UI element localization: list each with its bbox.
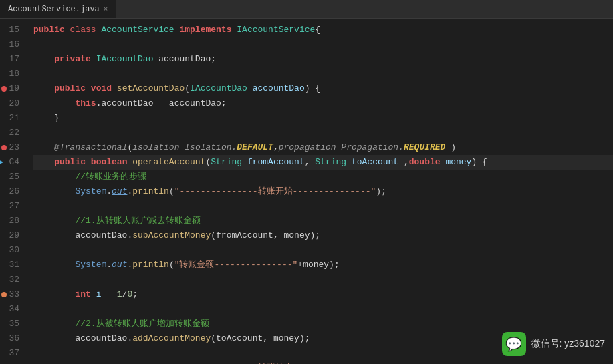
code-line: private IAccountDao accountDao; [33,52,613,67]
execution-arrow: ▶ [0,155,3,170]
code-line: this.accountDao = accountDao; [33,96,613,111]
line-num-text: 31 [9,258,19,272]
token: IAccountDao [190,81,253,96]
code-line: //1.从转账人账户减去转账金额 [33,214,613,228]
line-number: 34 [0,302,25,317]
token: +money); [297,258,339,272]
line-number: 18 [0,67,25,81]
token: i [96,287,102,302]
token: ) [445,140,456,155]
watermark: 💬 微信号: yz361027 [502,332,606,356]
code-line [33,67,613,81]
token: out [112,361,127,364]
token: (fromAccount, money); [211,228,320,243]
token: accountDao. [33,228,132,243]
breakpoint-dot[interactable] [1,292,7,297]
token: = [179,140,185,155]
line-number: 20 [0,96,25,111]
token: . [127,258,132,272]
token: public [33,23,70,37]
line-number: 28 [0,214,25,228]
token: } [33,111,59,126]
token: . [106,184,112,199]
token: void [91,81,117,96]
token: ( [185,81,190,96]
token: .accountDao = accountDao; [96,96,227,111]
line-num-text: 18 [9,67,19,81]
token [33,214,75,228]
token: out [112,184,127,199]
line-num-text: 35 [9,317,19,331]
token: isolation [132,140,179,155]
token: ) { [471,155,487,170]
token: / [122,287,128,302]
token: int [75,287,96,302]
token: //转账业务的步骤 [75,170,146,184]
token: System [75,184,106,199]
token [33,155,54,170]
code-line: accountDao.subAccountMoney(fromAccount, … [33,228,613,243]
code-area[interactable]: public class AccountService implements I… [25,19,613,364]
line-num-text: 28 [9,214,19,228]
token: "转账金额---------------" [174,258,298,272]
token: accountDao [253,81,305,96]
token: 0 [127,287,132,302]
token: String [315,155,352,170]
line-number: 38 [0,361,25,364]
token: ( [205,155,211,170]
token: ( [169,361,174,364]
token: ); [376,184,386,199]
line-num-text: 26 [9,184,19,199]
line-num-text: 29 [9,228,19,243]
token: . [127,184,132,199]
code-line [33,302,613,317]
line-number: 16 [0,37,25,52]
line-number: 19 [0,81,25,96]
breakpoint-dot[interactable] [1,86,7,92]
token: String [211,155,247,170]
token: , [398,155,409,170]
line-num-text: 30 [9,243,19,258]
line-number: 30 [0,243,25,258]
line-num-text: 34 [9,302,19,317]
code-line: System.out.println("转账金额---------------"… [33,258,613,272]
token: = [101,287,116,302]
token: implements [179,23,237,37]
tab-filename: AccountService.java [8,5,100,14]
line-num-text: 22 [9,126,19,140]
watermark-icon-box: 💬 [502,332,526,356]
code-line [33,243,613,258]
line-num-text: C4 [9,155,19,170]
token: "---------------转账结束---------------" [174,361,376,364]
token: out [112,258,127,272]
code-line: System.out.println("---------------转账开始-… [33,184,613,199]
token: println [132,361,169,364]
token: setAccountDao [117,81,185,96]
token: DEFAULT [237,140,273,155]
token: Propagation. [341,140,404,155]
token: //1.从转账人账户减去转账金额 [75,214,200,228]
line-number: 31 [0,258,25,272]
line-number: 36 [0,331,25,346]
token: toAccount [352,155,398,170]
line-number: 22 [0,126,25,140]
line-num-text: 27 [9,199,19,214]
token: . [127,361,132,364]
line-number: 26 [0,184,25,199]
token: subAccountMoney [132,228,211,243]
code-line: //2.从被转账人账户增加转账金额 [33,317,613,331]
line-number: 37 [0,346,25,361]
line-num-text: 38 [9,361,19,364]
token: ) { [305,81,320,96]
token: . [106,361,112,364]
code-line: public boolean operateAccount(String fro… [33,155,613,170]
code-line: //转账业务的步骤 [33,170,613,184]
token [33,140,54,155]
line-num-text: 20 [9,96,19,111]
code-line: @Transactional(isolation=Isolation.DEFAU… [33,140,613,155]
breakpoint-dot[interactable] [1,145,7,150]
active-tab[interactable]: AccountService.java × [0,0,116,18]
line-number: 25 [0,170,25,184]
line-num-text: 36 [9,331,19,346]
close-icon[interactable]: × [104,5,108,13]
